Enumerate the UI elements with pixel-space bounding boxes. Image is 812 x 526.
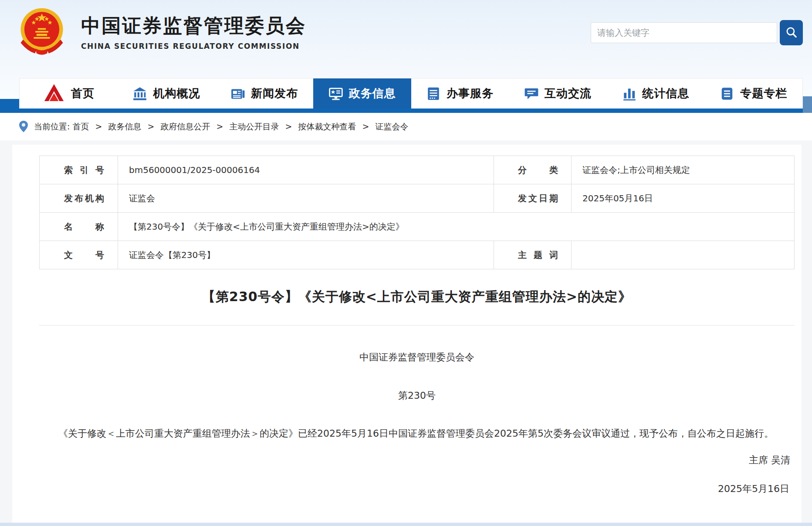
breadcrumb-prefix: 当前位置: <box>34 122 70 131</box>
breadcrumb-band: 当前位置: 首页 > 政务信息 > 政府信息公开 > 主动公开目录 > 按体裁文… <box>0 113 812 140</box>
site-title: 中国证券监督管理委员会 <box>81 15 306 37</box>
nav-right-accent <box>803 96 812 113</box>
nav-item-gov-info[interactable]: 政务信息 <box>313 78 411 109</box>
institution-icon <box>132 86 147 101</box>
document-org-line: 中国证券监督管理委员会令 <box>39 351 795 364</box>
search-icon <box>785 26 798 40</box>
nav-item-services[interactable]: 办事服务 <box>411 78 509 109</box>
meta-label-name: 名称 <box>40 213 118 241</box>
meta-value-org: 证监会 <box>118 184 494 213</box>
chat-bubble-icon <box>524 86 539 101</box>
brand-text: 中国证券监督管理委员会 CHINA SECURITIES REGULATORY … <box>81 15 306 51</box>
csrc-logo-icon <box>43 82 65 105</box>
news-icon <box>230 86 245 101</box>
title-divider <box>39 325 795 326</box>
breadcrumb-separator: > <box>362 122 369 131</box>
nav-item-label: 首页 <box>71 86 95 101</box>
nav-item-label: 机构概况 <box>153 86 200 101</box>
meta-value-name: 【第230号令】《关于修改<上市公司重大资产重组管理办法>的决定》 <box>118 213 795 241</box>
nav-item-label: 政务信息 <box>349 86 396 101</box>
meta-label-docno: 文号 <box>40 241 118 269</box>
meta-value-date: 2025年05月16日 <box>572 184 795 213</box>
breadcrumb-item-csrc-order[interactable]: 证监会令 <box>376 122 409 131</box>
nav-item-label: 办事服务 <box>447 86 494 101</box>
meta-value-keywords <box>572 241 795 269</box>
search-input[interactable] <box>591 22 777 43</box>
document-number-line: 第230号 <box>39 389 795 402</box>
nav-item-label: 新闻发布 <box>251 86 298 101</box>
breadcrumb-item-disclosure[interactable]: 政府信息公开 <box>160 122 210 131</box>
site-header: 中国证券监督管理委员会 CHINA SECURITIES REGULATORY … <box>0 0 812 78</box>
nav-item-label: 互动交流 <box>545 86 592 101</box>
breadcrumb-item-catalog[interactable]: 主动公开目录 <box>230 122 279 131</box>
table-row: 名称 【第230号令】《关于修改<上市公司重大资产重组管理办法>的决定》 <box>40 213 795 241</box>
nav-item-interaction[interactable]: 互动交流 <box>509 78 607 109</box>
meta-label-date: 发文日期 <box>494 184 572 213</box>
meta-value-docno: 证监会令【第230号】 <box>118 241 494 269</box>
site-title-en: CHINA SECURITIES REGULATORY COMMISSION <box>81 42 306 51</box>
nav-item-special[interactable]: 专题专栏 <box>704 78 802 109</box>
nav-item-label: 统计信息 <box>643 86 690 101</box>
breadcrumb: 当前位置: 首页 > 政务信息 > 政府信息公开 > 主动公开目录 > 按体裁文… <box>34 121 409 132</box>
special-column-icon <box>720 86 734 101</box>
breadcrumb-separator: > <box>148 122 155 131</box>
content-card: 索引号 bm56000001/2025-00006164 分类 证监会令;上市公… <box>12 145 802 523</box>
table-row: 索引号 bm56000001/2025-00006164 分类 证监会令;上市公… <box>40 156 795 184</box>
meta-label-org: 发布机构 <box>40 184 118 213</box>
page-title: 【第230号令】《关于修改<上市公司重大资产重组管理办法>的决定》 <box>39 288 795 306</box>
meta-value-category: 证监会令;上市公司相关规定 <box>572 156 795 184</box>
search-area <box>591 20 803 45</box>
meta-label-category: 分类 <box>494 156 572 184</box>
nav-item-about[interactable]: 机构概况 <box>118 78 216 109</box>
document-meta-table: 索引号 bm56000001/2025-00006164 分类 证监会令;上市公… <box>39 156 795 269</box>
footer-strip <box>0 523 812 526</box>
gov-info-monitor-icon <box>328 86 343 101</box>
document-paragraph: 《关于修改＜上市公司重大资产重组管理办法＞的决定》已经2025年5月16日中国证… <box>39 420 795 448</box>
header-zone: 中国证券监督管理委员会 CHINA SECURITIES REGULATORY … <box>0 0 812 113</box>
bar-chart-icon <box>622 86 637 101</box>
national-emblem-icon <box>17 3 66 59</box>
nav-item-label: 专题专栏 <box>740 86 787 101</box>
search-button[interactable] <box>780 20 803 45</box>
nav-item-statistics[interactable]: 统计信息 <box>607 78 705 109</box>
page: 中国证券监督管理委员会 CHINA SECURITIES REGULATORY … <box>0 0 812 526</box>
nav-item-news[interactable]: 新闻发布 <box>215 78 313 109</box>
breadcrumb-separator: > <box>285 122 292 131</box>
document-date: 2025年5月16日 <box>39 482 795 495</box>
breadcrumb-separator: > <box>217 122 223 131</box>
location-pin-icon <box>19 121 28 132</box>
nav-bar: 首页 机构概况 <box>19 78 803 109</box>
breadcrumb-item-home[interactable]: 首页 <box>72 122 89 131</box>
breadcrumb-item-gov-info[interactable]: 政务信息 <box>108 122 141 131</box>
breadcrumb-separator: > <box>95 122 102 131</box>
main-nav: 首页 机构概况 <box>0 78 812 113</box>
brand: 中国证券监督管理委员会 CHINA SECURITIES REGULATORY … <box>17 0 306 65</box>
document-signer: 主席 吴清 <box>39 454 795 467</box>
table-row: 发布机构 证监会 发文日期 2025年05月16日 <box>40 184 795 213</box>
services-doc-icon <box>426 86 441 101</box>
meta-label-index: 索引号 <box>40 156 118 184</box>
breadcrumb-item-by-type[interactable]: 按体裁文种查看 <box>298 122 356 131</box>
nav-item-home[interactable]: 首页 <box>20 78 118 109</box>
table-row: 文号 证监会令【第230号】 主题词 <box>40 241 795 269</box>
meta-label-keywords: 主题词 <box>494 241 572 269</box>
meta-value-index: bm56000001/2025-00006164 <box>118 156 494 184</box>
